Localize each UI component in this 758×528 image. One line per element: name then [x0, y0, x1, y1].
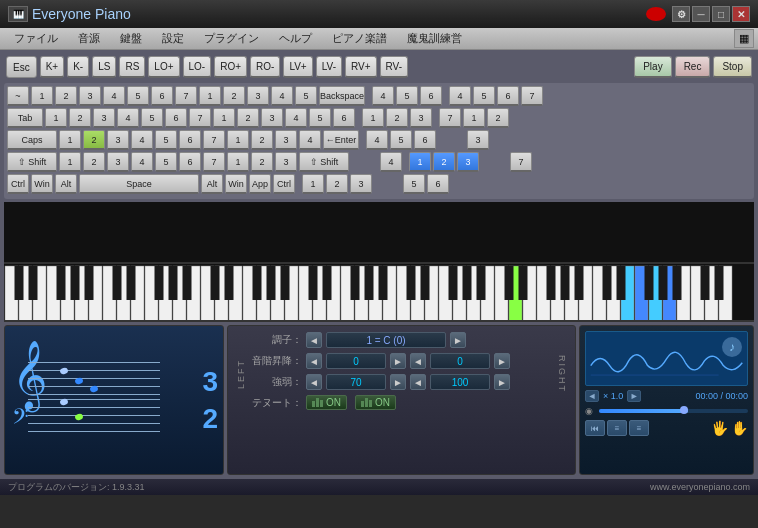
key-2b-r2[interactable]: 2: [237, 108, 259, 128]
key-app[interactable]: App: [249, 174, 271, 194]
np-6-r1[interactable]: 6: [420, 86, 442, 106]
menu-file[interactable]: ファイル: [4, 29, 68, 48]
velocity-right-arrow-1[interactable]: ►: [390, 374, 406, 390]
np-6-r3[interactable]: 6: [414, 130, 436, 150]
key-4-r2[interactable]: 4: [117, 108, 139, 128]
volume-slider[interactable]: [599, 409, 748, 413]
key-3b-r1[interactable]: 3: [247, 86, 269, 106]
key-4-r1[interactable]: 4: [103, 86, 125, 106]
np-7-r2[interactable]: 7: [439, 108, 461, 128]
key-3b-r4[interactable]: 3: [275, 152, 297, 172]
menu-settings[interactable]: 設定: [152, 29, 194, 48]
key-1b-r4[interactable]: 1: [227, 152, 249, 172]
menu-keyboard[interactable]: 鍵盤: [110, 29, 152, 48]
lv-minus-button[interactable]: LV-: [316, 56, 342, 78]
np-1-r5[interactable]: 1: [302, 174, 324, 194]
ro-plus-button[interactable]: RO+: [214, 56, 247, 78]
key-shift-left[interactable]: ⇧ Shift: [7, 152, 57, 172]
np-1-r2[interactable]: 1: [362, 108, 384, 128]
rv-minus-button[interactable]: RV-: [380, 56, 409, 78]
velocity-left-arrow-2[interactable]: ◄: [410, 374, 426, 390]
key-3-r1[interactable]: 3: [79, 86, 101, 106]
key-2-r1[interactable]: 2: [55, 86, 77, 106]
key-ctrl-right[interactable]: Ctrl: [273, 174, 295, 194]
np-1-r4-hi[interactable]: 1: [409, 152, 431, 172]
menu-plugin[interactable]: プラグイン: [194, 29, 269, 48]
stop-button[interactable]: Stop: [713, 56, 752, 78]
np-3-r2[interactable]: 3: [410, 108, 432, 128]
np-7-r1[interactable]: 7: [521, 86, 543, 106]
piano-canvas[interactable]: [4, 264, 754, 322]
key-3-r2[interactable]: 3: [93, 108, 115, 128]
octave-right-arrow-2[interactable]: ►: [494, 353, 510, 369]
rs-button[interactable]: RS: [119, 56, 145, 78]
key-caps[interactable]: Caps: [7, 130, 57, 150]
key-2-r4[interactable]: 2: [83, 152, 105, 172]
key-2-r2[interactable]: 2: [69, 108, 91, 128]
esc-button[interactable]: Esc: [6, 56, 37, 78]
grid-icon[interactable]: ▦: [734, 29, 754, 48]
menu-piano-score[interactable]: ピアノ楽譜: [322, 29, 397, 48]
speed-left-arrow[interactable]: ◄: [585, 390, 599, 402]
np-3-r5[interactable]: 3: [350, 174, 372, 194]
np-4b-r1[interactable]: 4: [449, 86, 471, 106]
key-left-arrow[interactable]: ◄: [306, 332, 322, 348]
key-ctrl-left[interactable]: Ctrl: [7, 174, 29, 194]
key-win-left[interactable]: Win: [31, 174, 53, 194]
key-5b-r2[interactable]: 5: [309, 108, 331, 128]
key-1b-r2[interactable]: 1: [213, 108, 235, 128]
np-3-r3[interactable]: 3: [467, 130, 489, 150]
key-7-r4[interactable]: 7: [203, 152, 225, 172]
np-7-r4[interactable]: 7: [510, 152, 532, 172]
key-5-r1[interactable]: 5: [127, 86, 149, 106]
key-5-r2[interactable]: 5: [141, 108, 163, 128]
menu-sound[interactable]: 音源: [68, 29, 110, 48]
np-2-r2[interactable]: 2: [386, 108, 408, 128]
np-1b-r2[interactable]: 1: [463, 108, 485, 128]
np-2-r5[interactable]: 2: [326, 174, 348, 194]
tenuto-toggle-right[interactable]: ON: [355, 395, 396, 410]
key-7-r3[interactable]: 7: [203, 130, 225, 150]
key-space[interactable]: Space: [79, 174, 199, 194]
rec-button[interactable]: Rec: [675, 56, 711, 78]
key-tilde[interactable]: ~: [7, 86, 29, 106]
np-6b-r1[interactable]: 6: [497, 86, 519, 106]
key-1-r4[interactable]: 1: [59, 152, 81, 172]
lv-plus-button[interactable]: LV+: [283, 56, 312, 78]
velocity-left-arrow-1[interactable]: ◄: [306, 374, 322, 390]
key-2b-r3[interactable]: 2: [251, 130, 273, 150]
key-6-r2[interactable]: 6: [165, 108, 187, 128]
key-3-r4[interactable]: 3: [107, 152, 129, 172]
octave-left-arrow-2[interactable]: ◄: [410, 353, 426, 369]
key-1-r1[interactable]: 1: [31, 86, 53, 106]
settings-icon[interactable]: ⚙: [672, 6, 690, 22]
np-3-r4-hi[interactable]: 3: [457, 152, 479, 172]
key-1-r3[interactable]: 1: [59, 130, 81, 150]
key-win-right[interactable]: Win: [225, 174, 247, 194]
octave-left-arrow-1[interactable]: ◄: [306, 353, 322, 369]
key-alt-right[interactable]: Alt: [201, 174, 223, 194]
key-6-r3[interactable]: 6: [179, 130, 201, 150]
key-2b-r4[interactable]: 2: [251, 152, 273, 172]
key-1-r2[interactable]: 1: [45, 108, 67, 128]
menu-help[interactable]: ヘルプ: [269, 29, 322, 48]
velocity-right-arrow-2[interactable]: ►: [494, 374, 510, 390]
key-6-r2b[interactable]: 6: [333, 108, 355, 128]
np-5b-r1[interactable]: 5: [473, 86, 495, 106]
key-1b-r1[interactable]: 1: [199, 86, 221, 106]
np-5-r5[interactable]: 5: [403, 174, 425, 194]
key-3b-r2[interactable]: 3: [261, 108, 283, 128]
ls-button[interactable]: LS: [92, 56, 116, 78]
key-4b-r3[interactable]: 4: [299, 130, 321, 150]
key-4b-r2[interactable]: 4: [285, 108, 307, 128]
octave-right-arrow-1[interactable]: ►: [390, 353, 406, 369]
k-minus-button[interactable]: K-: [67, 56, 89, 78]
close-button[interactable]: ✕: [732, 6, 750, 22]
lo-minus-button[interactable]: LO-: [183, 56, 212, 78]
key-2b-r1[interactable]: 2: [223, 86, 245, 106]
np-6-r5[interactable]: 6: [427, 174, 449, 194]
key-tab[interactable]: Tab: [7, 108, 43, 128]
key-6-r1[interactable]: 6: [151, 86, 173, 106]
key-1b-r3[interactable]: 1: [227, 130, 249, 150]
key-2-r3-highlight[interactable]: 2: [83, 130, 105, 150]
